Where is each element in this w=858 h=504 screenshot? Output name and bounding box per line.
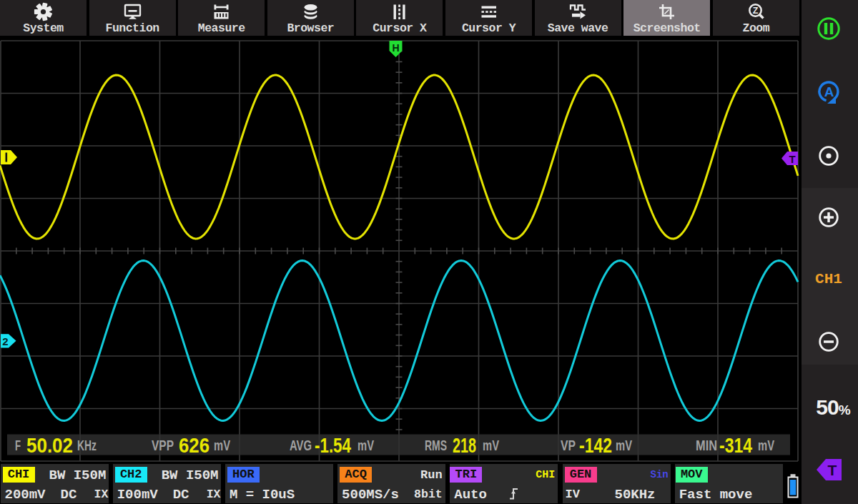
svg-text:T: T [828, 462, 837, 478]
svg-text:mV: mV [483, 438, 499, 453]
svg-text:218: 218 [453, 433, 476, 457]
svg-text:KHz: KHz [77, 438, 97, 453]
svg-text:50.02: 50.02 [26, 433, 73, 457]
svg-text:RMS: RMS [425, 438, 447, 453]
svg-text:VP: VP [561, 438, 576, 453]
svg-text:-314: -314 [719, 433, 752, 457]
svg-text:T: T [789, 153, 795, 165]
svg-text:F: F [15, 438, 21, 453]
svg-text:A: A [824, 84, 834, 99]
svg-text:mV: mV [358, 438, 374, 453]
svg-text:-1.54: -1.54 [315, 433, 351, 457]
svg-text:VPP: VPP [152, 438, 174, 453]
svg-text:mV: mV [616, 438, 632, 453]
svg-text:mV: mV [214, 438, 230, 453]
svg-text:2: 2 [2, 335, 8, 347]
svg-text:-142: -142 [579, 433, 612, 457]
svg-text:mV: mV [758, 438, 774, 453]
svg-text:626: 626 [179, 433, 209, 457]
svg-text:H: H [392, 42, 399, 54]
svg-text:MIN: MIN [696, 438, 717, 453]
svg-text:AVG: AVG [290, 438, 312, 453]
